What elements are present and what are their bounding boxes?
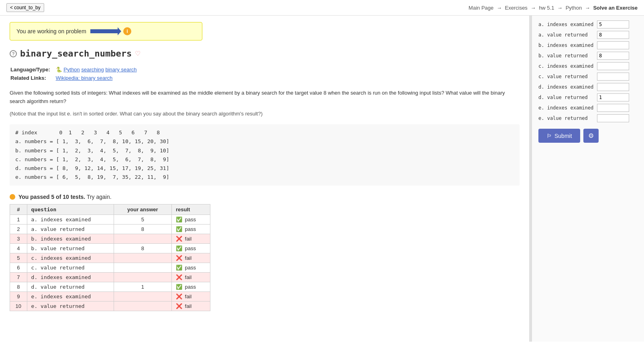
row-result: ❌ fail xyxy=(171,272,210,282)
row-result: ❌ fail xyxy=(171,253,210,263)
fail-icon: ❌ xyxy=(176,236,182,242)
table-row: 3b. indexes examined❌ fail xyxy=(10,234,210,243)
answer-input-a_idx[interactable] xyxy=(597,20,629,28)
answer-input-d_idx[interactable] xyxy=(597,83,629,91)
language-label: Language/Type: xyxy=(10,66,55,73)
table-row: 5c. indexes examined❌ fail xyxy=(10,253,210,263)
arrow-icon-2: → xyxy=(531,5,536,11)
answer-row-a_idx: a. indexes examined xyxy=(538,20,638,28)
answer-input-e_idx[interactable] xyxy=(597,104,629,112)
answer-input-b_val[interactable] xyxy=(597,52,629,60)
binary-search-link[interactable]: binary search xyxy=(105,67,137,73)
python-link[interactable]: Python xyxy=(63,67,79,73)
submit-label: Submit xyxy=(554,133,572,139)
breadcrumb-hw[interactable]: hw 5.1 xyxy=(539,5,554,11)
row-result: ❌ fail xyxy=(171,291,210,301)
row-number: 2 xyxy=(10,224,27,234)
fail-icon: ❌ xyxy=(176,255,182,261)
answer-row-d_idx: d. indexes examined xyxy=(538,83,638,91)
answer-label-e_val: e. value returned xyxy=(538,115,595,121)
row-result: ✅ pass xyxy=(171,243,210,253)
pass-icon: ✅ xyxy=(176,265,182,271)
pass-icon: ✅ xyxy=(176,284,182,290)
answer-row-e_val: e. value returned xyxy=(538,114,638,122)
submit-flag-icon: 🏳 xyxy=(546,133,552,139)
answer-row-e_idx: e. indexes examined xyxy=(538,104,638,112)
row-question: e. value returned xyxy=(27,301,114,311)
meta-table: Language/Type: 🐍 Python searching binary… xyxy=(10,65,138,83)
answer-input-e_val[interactable] xyxy=(597,114,629,122)
row-answer: 8 xyxy=(114,224,171,234)
test-result-header: You passed 5 of 10 tests. Try again. xyxy=(10,194,520,200)
row-answer: 5 xyxy=(114,215,171,224)
row-answer xyxy=(114,272,171,282)
breadcrumb-python[interactable]: Python xyxy=(566,5,582,11)
content-area: You are working on problem i ? binary_se… xyxy=(0,16,529,342)
row-answer xyxy=(114,234,171,243)
row-number: 8 xyxy=(10,282,27,291)
top-navigation: < count_to_by Main Page → Exercises → hw… xyxy=(0,0,644,16)
row-answer xyxy=(114,263,171,272)
heart-icon[interactable]: ♡ xyxy=(135,50,141,57)
answer-row-a_val: a. value returned xyxy=(538,31,638,39)
row-number: 7 xyxy=(10,272,27,282)
row-result: ✅ pass xyxy=(171,263,210,272)
row-answer xyxy=(114,253,171,263)
table-row: 7d. indexes examined❌ fail xyxy=(10,272,210,282)
problem-title: binary_search_numbers xyxy=(20,49,132,59)
table-row: 9e. indexes examined❌ fail xyxy=(10,291,210,301)
row-answer: 1 xyxy=(114,282,171,291)
row-question: c. indexes examined xyxy=(27,253,114,263)
answer-label-b_val: b. value returned xyxy=(538,53,595,59)
answer-input-c_idx[interactable] xyxy=(597,62,629,70)
row-question: b. value returned xyxy=(27,243,114,253)
row-number: 1 xyxy=(10,215,27,224)
breadcrumb-exercises[interactable]: Exercises xyxy=(505,5,528,11)
answer-input-b_idx[interactable] xyxy=(597,41,629,49)
table-row: 2a. value returned8✅ pass xyxy=(10,224,210,234)
problem-banner: You are working on problem i xyxy=(10,22,202,40)
breadcrumb-main[interactable]: Main Page xyxy=(469,5,493,11)
answer-label-d_idx: d. indexes examined xyxy=(538,84,595,90)
answer-label-b_idx: b. indexes examined xyxy=(538,42,595,48)
main-container: You are working on problem i ? binary_se… xyxy=(0,16,644,342)
row-question: a. value returned xyxy=(27,224,114,234)
settings-button[interactable]: ⚙ xyxy=(583,129,599,143)
arrow-icon: → xyxy=(497,5,502,11)
info-icon[interactable]: i xyxy=(123,27,131,35)
row-answer xyxy=(114,291,171,301)
submit-button[interactable]: 🏳 Submit xyxy=(538,129,580,143)
results-table: # question your answer result 1a. indexe… xyxy=(10,204,210,311)
answer-row-b_val: b. value returned xyxy=(538,52,638,60)
arrow-icon-3: → xyxy=(557,5,562,11)
row-number: 9 xyxy=(10,291,27,301)
problem-description: Given the following sorted lists of inte… xyxy=(10,89,520,106)
answer-input-c_val[interactable] xyxy=(597,73,629,81)
row-result: ❌ fail xyxy=(171,301,210,311)
back-button[interactable]: < count_to_by xyxy=(6,3,44,12)
answer-label-d_val: d. value returned xyxy=(538,95,595,100)
row-answer: 8 xyxy=(114,243,171,253)
answer-row-c_idx: c. indexes examined xyxy=(538,62,638,70)
python-icon: 🐍 xyxy=(56,67,64,73)
pass-icon: ✅ xyxy=(176,245,182,251)
table-row: 8d. value returned1✅ pass xyxy=(10,282,210,291)
row-number: 5 xyxy=(10,253,27,263)
row-result: ❌ fail xyxy=(171,234,210,243)
fail-icon: ❌ xyxy=(176,303,182,309)
table-row: 10e. value returned❌ fail xyxy=(10,301,210,311)
answer-input-a_val[interactable] xyxy=(597,31,629,39)
answer-label-a_idx: a. indexes examined xyxy=(538,22,595,27)
row-number: 3 xyxy=(10,234,27,243)
row-result: ✅ pass xyxy=(171,282,210,291)
answer-fields-container: a. indexes examineda. value returnedb. i… xyxy=(538,20,638,122)
fail-icon: ❌ xyxy=(176,293,182,300)
searching-link[interactable]: searching xyxy=(81,67,104,73)
help-icon[interactable]: ? xyxy=(10,50,17,57)
test-result-summary: You passed 5 of 10 tests. xyxy=(18,194,85,200)
arrow-icon-4: → xyxy=(585,5,590,11)
answer-row-c_val: c. value returned xyxy=(538,73,638,81)
wikipedia-link[interactable]: Wikipedia: binary search xyxy=(56,75,113,81)
answer-input-d_val[interactable] xyxy=(597,93,629,101)
breadcrumb: Main Page → Exercises → hw 5.1 → Python … xyxy=(469,5,638,11)
